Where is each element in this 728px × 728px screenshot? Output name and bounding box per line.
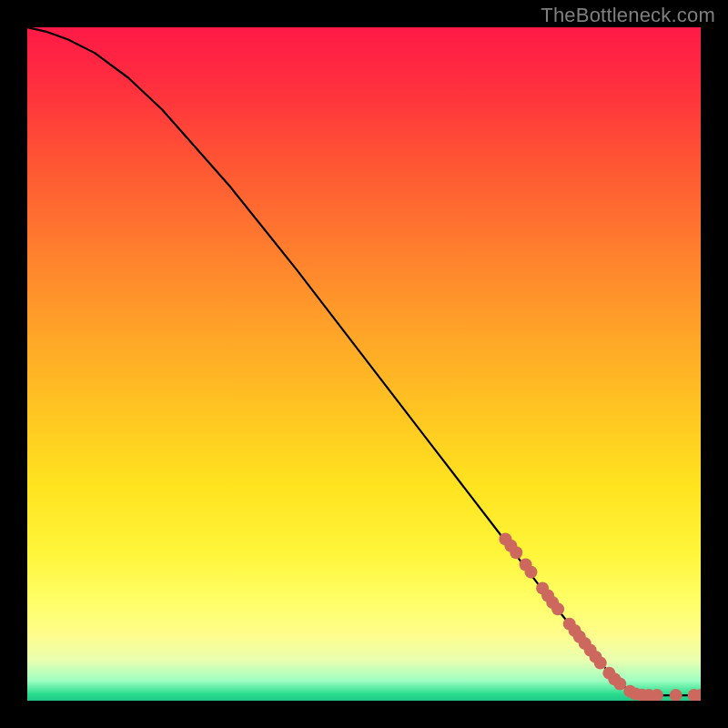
bottleneck-curve: [27, 27, 701, 695]
data-marker: [551, 602, 564, 615]
chart-frame: TheBottleneck.com: [0, 0, 728, 728]
watermark-text: TheBottleneck.com: [541, 4, 715, 27]
plot-area: [27, 27, 701, 701]
chart-svg: [27, 27, 701, 701]
data-markers: [499, 532, 701, 701]
data-marker: [670, 689, 682, 701]
data-marker: [510, 546, 522, 559]
data-marker: [594, 657, 607, 670]
data-marker: [525, 566, 538, 579]
